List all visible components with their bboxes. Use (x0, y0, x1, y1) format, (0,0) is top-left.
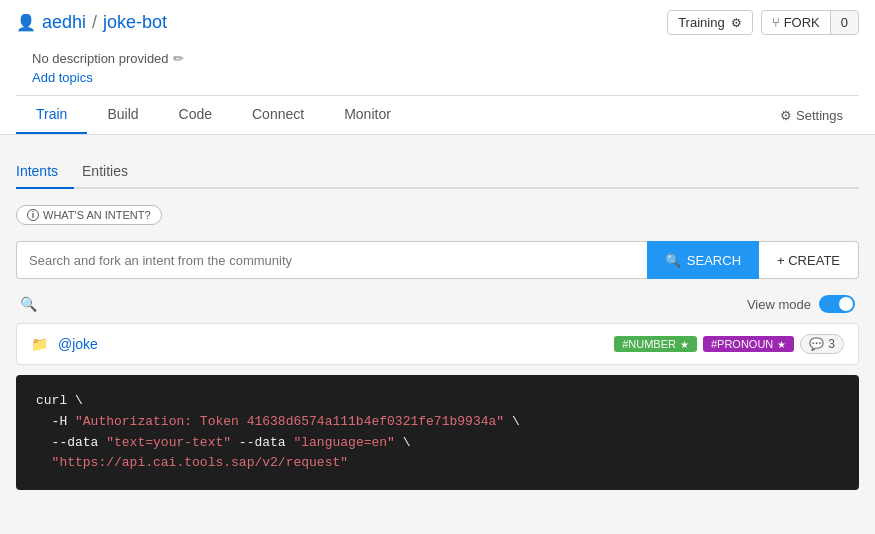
header-actions: Training ⚙ ⑂ FORK 0 (667, 10, 859, 35)
code-url: "https://api.cai.tools.sap/v2/request" (36, 455, 348, 470)
fork-label-area[interactable]: ⑂ FORK (762, 11, 831, 34)
search-input[interactable] (16, 241, 647, 279)
code-backslash-3: \ (395, 435, 411, 450)
tabs-nav: Train Build Code Connect Monitor ⚙ Setti… (16, 95, 859, 134)
code-backslash-2: \ (504, 414, 520, 429)
fork-button[interactable]: ⑂ FORK 0 (761, 10, 859, 35)
intent-info: i WHAT'S AN INTENT? (16, 205, 859, 225)
repo-title: 👤 aedhi / joke-bot (16, 12, 167, 33)
code-h-flag: -H (36, 414, 75, 429)
tag-number: #NUMBER ★ (614, 336, 697, 352)
gear-icon: ⚙ (780, 108, 792, 123)
fork-count: 0 (831, 11, 858, 34)
spinner-icon: ⚙ (731, 16, 742, 30)
fork-label-text: FORK (784, 15, 820, 30)
intent-name-link[interactable]: @joke (58, 336, 614, 352)
intent-tags: #NUMBER ★ #PRONOUN ★ 💬 3 (614, 334, 844, 354)
tag-pronoun: #PRONOUN ★ (703, 336, 794, 352)
settings-link[interactable]: ⚙ Settings (764, 98, 859, 133)
code-line-4: "https://api.cai.tools.sap/v2/request" (36, 453, 839, 474)
tag-pronoun-label: #PRONOUN (711, 338, 773, 350)
fork-arrow-icon: ⑂ (772, 15, 780, 30)
bubble-icon: 💬 (809, 337, 824, 351)
info-icon: i (27, 209, 39, 221)
search-button[interactable]: 🔍 SEARCH (647, 241, 759, 279)
intent-row[interactable]: 📁 @joke #NUMBER ★ #PRONOUN ★ 💬 3 (16, 323, 859, 365)
bubble-count: 3 (828, 337, 835, 351)
search-input-wrap (16, 241, 647, 279)
training-button[interactable]: Training ⚙ (667, 10, 752, 35)
user-icon: 👤 (16, 13, 36, 32)
search-row: 🔍 SEARCH + CREATE (16, 241, 859, 279)
add-topics-link[interactable]: Add topics (32, 70, 843, 85)
inner-tabs: Intents Entities (16, 155, 859, 189)
search-icon: 🔍 (665, 253, 681, 268)
tag-number-label: #NUMBER (622, 338, 676, 350)
code-data-flag: --data (36, 435, 106, 450)
username-link[interactable]: aedhi (42, 12, 86, 33)
star-icon-pronoun: ★ (777, 339, 786, 350)
intent-count-badge: 💬 3 (800, 334, 844, 354)
what-is-intent-badge[interactable]: i WHAT'S AN INTENT? (16, 205, 162, 225)
intent-list-header: 🔍 View mode (16, 295, 859, 313)
view-mode-label: View mode (747, 297, 811, 312)
tab-connect[interactable]: Connect (232, 96, 324, 134)
separator: / (92, 12, 97, 33)
main-content: Intents Entities i WHAT'S AN INTENT? 🔍 S… (0, 135, 875, 490)
code-data-flag-2: --data (231, 435, 293, 450)
code-line-1: curl \ (36, 391, 839, 412)
tab-intents[interactable]: Intents (16, 155, 74, 189)
star-icon-number: ★ (680, 339, 689, 350)
training-label: Training (678, 15, 724, 30)
code-block: curl \ -H "Authorization: Token 41638d65… (16, 375, 859, 490)
repo-name-link[interactable]: joke-bot (103, 12, 167, 33)
code-lang-param: "language=en" (293, 435, 394, 450)
code-line-3: --data "text=your-text" --data "language… (36, 433, 839, 454)
view-mode-toggle[interactable] (819, 295, 855, 313)
create-button-label: + CREATE (777, 253, 840, 268)
settings-label: Settings (796, 108, 843, 123)
tab-monitor[interactable]: Monitor (324, 96, 411, 134)
edit-icon[interactable]: ✏ (173, 51, 184, 66)
tab-code[interactable]: Code (159, 96, 232, 134)
tab-train[interactable]: Train (16, 96, 87, 134)
search-button-label: SEARCH (687, 253, 741, 268)
description-text: No description provided (32, 51, 169, 66)
sub-header: No description provided ✏ Add topics (16, 43, 859, 85)
create-button[interactable]: + CREATE (759, 241, 859, 279)
view-mode-control: View mode (747, 295, 855, 313)
code-auth-token: "Authorization: Token 41638d6574a111b4ef… (75, 414, 504, 429)
what-is-intent-label: WHAT'S AN INTENT? (43, 209, 151, 221)
folder-icon: 📁 (31, 336, 48, 352)
code-text-param: "text=your-text" (106, 435, 231, 450)
tab-build[interactable]: Build (87, 96, 158, 134)
tab-entities[interactable]: Entities (82, 155, 144, 189)
filter-search-icon: 🔍 (20, 296, 37, 312)
code-curl: curl \ (36, 393, 83, 408)
description: No description provided ✏ (32, 51, 843, 66)
code-line-2: -H "Authorization: Token 41638d6574a111b… (36, 412, 839, 433)
